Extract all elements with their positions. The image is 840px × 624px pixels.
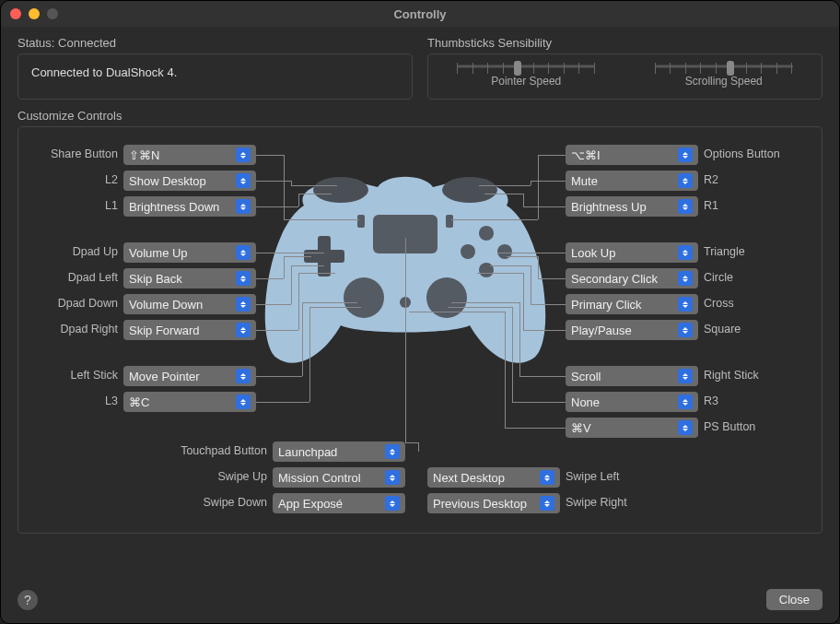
pointer-speed-label: Pointer Speed <box>491 75 561 88</box>
l1-label: L1 <box>18 199 118 212</box>
status-label: Status: Connected <box>18 36 413 50</box>
chevron-updn-icon <box>236 394 251 409</box>
l2-label: L2 <box>18 173 118 186</box>
thumbsticks-box: Pointer Speed Scrolling Speed <box>427 53 822 100</box>
ps-button-select[interactable]: ⌘V <box>566 418 698 438</box>
r2-select[interactable]: Mute <box>566 171 698 191</box>
chevron-updn-icon <box>678 369 693 383</box>
svg-point-8 <box>461 244 475 259</box>
chevron-updn-icon <box>236 271 251 286</box>
chevron-updn-icon <box>236 245 251 260</box>
pointer-speed-wrap: Pointer Speed <box>457 60 595 88</box>
minimize-window-icon[interactable] <box>29 8 40 19</box>
scrolling-speed-slider[interactable] <box>655 60 793 73</box>
touchpad-button-label: Touchpad Button <box>175 444 267 457</box>
svg-rect-11 <box>357 215 365 228</box>
content: Status: Connected Connected to DualShock… <box>1 27 839 623</box>
close-window-icon[interactable] <box>10 8 21 19</box>
svg-point-9 <box>344 277 384 318</box>
customize-box: Share Button ⇧⌘N L2 Show Desktop L1 Brig… <box>18 126 822 534</box>
share-button-select[interactable]: ⇧⌘N <box>123 145 256 165</box>
chevron-updn-icon <box>678 420 693 435</box>
dpad-up-label: Dpad Up <box>18 245 118 258</box>
l2-select[interactable]: Show Desktop <box>123 171 256 191</box>
swipe-left-label: Swipe Left <box>566 470 619 483</box>
swipe-right-select[interactable]: Previous Desktop <box>427 493 560 513</box>
l1-select[interactable]: Brightness Down <box>123 196 256 217</box>
dpad-right-label: Dpad Right <box>18 323 118 336</box>
l3-label: L3 <box>18 394 118 407</box>
chevron-updn-icon <box>540 470 554 485</box>
swipe-up-label: Swipe Up <box>175 470 267 483</box>
cross-label: Cross <box>704 297 734 310</box>
dpad-left-select[interactable]: Skip Back <box>123 268 256 288</box>
chevron-updn-icon <box>678 173 693 188</box>
left-stick-select[interactable]: Move Pointer <box>123 366 256 386</box>
status-text: Connected to DualShock 4. <box>31 65 177 79</box>
chevron-updn-icon <box>236 297 251 312</box>
triangle-label: Triangle <box>704 245 745 258</box>
chevron-updn-icon <box>236 147 251 162</box>
swipe-down-select[interactable]: App Exposé <box>273 493 405 513</box>
chevron-updn-icon <box>678 271 693 286</box>
square-label: Square <box>704 323 741 336</box>
triangle-select[interactable]: Look Up <box>566 242 698 263</box>
swipe-up-select[interactable]: Mission Control <box>273 467 405 488</box>
status-box: Connected to DualShock 4. <box>18 53 413 100</box>
ps-button-label: PS Button <box>704 420 755 433</box>
r1-select[interactable]: Brightness Up <box>566 196 698 217</box>
zoom-window-icon[interactable] <box>47 8 58 19</box>
traffic-lights <box>10 8 58 19</box>
customize-panel: Customize Controls <box>18 109 822 580</box>
r1-label: R1 <box>704 199 718 212</box>
chevron-updn-icon <box>540 496 554 511</box>
left-stick-label: Left Stick <box>18 369 118 382</box>
circle-select[interactable]: Secondary Click <box>566 268 698 288</box>
close-button[interactable]: Close <box>766 589 822 610</box>
svg-point-0 <box>313 177 368 203</box>
l3-select[interactable]: ⌘C <box>123 392 256 412</box>
chevron-updn-icon <box>236 369 251 383</box>
svg-point-5 <box>479 226 494 241</box>
titlebar: Controlly <box>1 1 839 27</box>
svg-point-1 <box>442 177 497 203</box>
right-stick-label: Right Stick <box>704 369 759 382</box>
dpad-left-label: Dpad Left <box>18 271 118 284</box>
thumbsticks-label: Thumbsticks Sensibility <box>427 36 822 50</box>
dpad-up-select[interactable]: Volume Up <box>123 242 256 263</box>
thumbsticks-panel: Thumbsticks Sensibility Pointer Speed <box>427 36 822 100</box>
right-stick-select[interactable]: Scroll <box>566 366 698 386</box>
window-title: Controlly <box>393 7 446 21</box>
r3-select[interactable]: None <box>566 392 698 412</box>
dpad-right-select[interactable]: Skip Forward <box>123 320 256 340</box>
options-button-label: Options Button <box>704 147 780 160</box>
chevron-updn-icon <box>385 496 400 511</box>
chevron-updn-icon <box>678 199 693 214</box>
dpad-down-label: Dpad Down <box>18 297 118 310</box>
customize-label: Customize Controls <box>18 109 822 123</box>
chevron-updn-icon <box>236 323 251 337</box>
options-button-select[interactable]: ⌥⌘I <box>566 145 698 165</box>
chevron-updn-icon <box>678 394 693 409</box>
pointer-speed-slider[interactable] <box>457 60 595 73</box>
svg-rect-12 <box>446 215 453 228</box>
cross-select[interactable]: Primary Click <box>566 294 698 314</box>
square-select[interactable]: Play/Pause <box>566 320 698 340</box>
chevron-updn-icon <box>678 297 693 312</box>
bottom-row: ? Close <box>18 589 822 610</box>
chevron-updn-icon <box>385 444 400 459</box>
chevron-updn-icon <box>678 147 693 162</box>
touchpad-button-select[interactable]: Launchpad <box>273 442 405 462</box>
window: Controlly Status: Connected Connected to… <box>0 0 840 624</box>
share-button-label: Share Button <box>18 147 118 160</box>
dpad-down-select[interactable]: Volume Down <box>123 294 256 314</box>
help-button[interactable]: ? <box>18 590 38 610</box>
top-row: Status: Connected Connected to DualShock… <box>18 36 822 100</box>
chevron-updn-icon <box>236 199 251 214</box>
swipe-left-select[interactable]: Next Desktop <box>427 467 560 488</box>
scrolling-speed-wrap: Scrolling Speed <box>655 60 793 88</box>
r3-label: R3 <box>704 394 718 407</box>
chevron-updn-icon <box>678 323 693 337</box>
chevron-updn-icon <box>236 173 251 188</box>
r2-label: R2 <box>704 173 718 186</box>
